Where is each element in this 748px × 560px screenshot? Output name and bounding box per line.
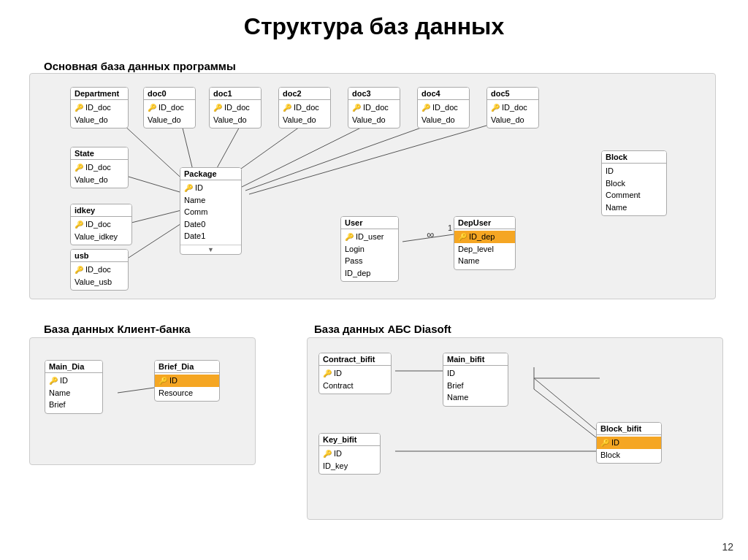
- page-number: 12: [722, 541, 733, 553]
- table-main-bifit: Main_bifit ID Brief Name: [443, 353, 508, 407]
- table-key-bifit: Key_bifit 🔑ID ID_key: [318, 433, 381, 475]
- main-db-label: Основная база данных программы: [44, 60, 236, 72]
- svg-line-15: [534, 378, 600, 433]
- table-block-bifit: Block_bifit 🔑ID Block: [596, 422, 662, 464]
- diasoft-label: База данных АБС Diasoft: [314, 323, 451, 335]
- table-main-dia: Main_Dia 🔑ID Name Brief: [45, 360, 103, 414]
- svg-line-13: [118, 388, 154, 393]
- svg-text:∞: ∞: [427, 229, 434, 240]
- table-package: Package 🔑ID Name Comm Date0 Date1 ▼: [180, 167, 242, 255]
- table-doc0: doc0 🔑ID_doc Value_do: [143, 87, 196, 129]
- table-doc2: doc2 🔑ID_doc Value_do: [278, 87, 331, 129]
- table-contract-bifit: Contract_bifit 🔑ID Contract: [318, 353, 392, 394]
- main-db-area: ∞ 1 Department 🔑ID_doc Value_do doc0 🔑ID…: [29, 73, 716, 299]
- table-depuser: DepUser 🔑ID_dep Dep_level Name: [454, 216, 516, 270]
- table-usb: usb 🔑ID_doc Value_usb: [70, 249, 129, 291]
- svg-text:1: 1: [448, 223, 452, 232]
- table-doc3: doc3 🔑ID_doc Value_do: [348, 87, 400, 129]
- table-department: Department 🔑ID_doc Value_do: [70, 87, 129, 129]
- svg-line-10: [402, 234, 454, 242]
- client-bank-label: База данных Клиент-банка: [44, 323, 191, 335]
- table-idkey: idkey 🔑ID_doc Value_idkey: [70, 204, 132, 245]
- table-doc1: doc1 🔑ID_doc Value_do: [209, 87, 262, 129]
- table-user: User 🔑ID_user Login Pass ID_dep: [340, 216, 399, 282]
- table-doc5: doc5 🔑ID_doc Value_do: [486, 87, 539, 129]
- svg-line-19: [534, 389, 600, 440]
- table-brief-dia: Brief_Dia 🔑ID Resource: [154, 360, 220, 402]
- table-block: Block ID Block Comment Name: [601, 150, 667, 216]
- table-state: State 🔑ID_doc Value_do: [70, 147, 129, 188]
- client-bank-area: Main_Dia 🔑ID Name Brief Brief_Dia 🔑ID Re…: [29, 337, 256, 465]
- page-title: Структура баз данных: [0, 0, 748, 46]
- table-doc4: doc4 🔑ID_doc Value_do: [417, 87, 470, 129]
- diasoft-area: Contract_bifit 🔑ID Contract Main_bifit I…: [307, 337, 723, 520]
